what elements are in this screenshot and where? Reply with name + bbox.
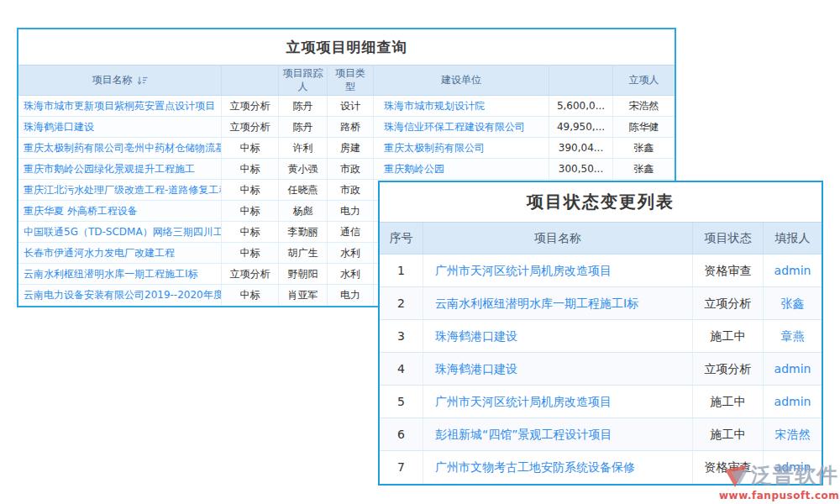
project-name-link[interactable]: 重庆江北污水处理厂级改造工程-道路修复工程 [18, 180, 222, 200]
type-cell: 通信 [328, 222, 374, 242]
status-cell: 立项分析 [222, 117, 279, 137]
table-row: 4 珠海鹤港口建设 立项分析 admin [380, 353, 822, 386]
status-cell: 中标 [222, 138, 279, 158]
status-cell: 中标 [222, 222, 279, 242]
column-header-initiator: 立项人 [613, 66, 675, 95]
type-cell: 设计 [328, 96, 374, 116]
page: 立项项目明细查询 项目名称 项目跟踪人 项目类型 建设单位 立项人 珠海市城市更… [0, 0, 840, 504]
project-name-link[interactable]: 广州市天河区统计局机房改造项目 [423, 386, 693, 417]
table2-body: 1 广州市天河区统计局机房改造项目 资格审查 admin 2 云南水利枢纽潜明水… [380, 255, 822, 484]
unit-link[interactable]: 重庆太极制药有限公司 [374, 138, 549, 158]
status-cell: 中标 [222, 180, 279, 200]
type-cell: 市政 [328, 159, 374, 179]
project-status-change-panel: 项目状态变更列表 序号 项目名称 项目状态 填报人 1 广州市天河区统计局机房改… [378, 181, 823, 486]
type-cell: 水利 [328, 264, 374, 284]
project-name-link[interactable]: 广州市文物考古工地安防系统设备保修 [423, 451, 693, 484]
status-cell: 立项分析 [693, 287, 764, 319]
initiator-cell: 宋浩然 [613, 96, 675, 116]
status-cell: 立项分析 [693, 353, 764, 385]
reporter-link[interactable]: admin [764, 386, 822, 417]
tracker-cell: 陈丹 [279, 96, 328, 116]
type-cell: 市政 [328, 180, 374, 200]
table2-header: 序号 项目名称 项目状态 填报人 [380, 222, 822, 255]
watermark-brand-text: 泛普软件 [751, 461, 838, 489]
column-header-type: 项目类型 [328, 66, 374, 95]
project-name-link[interactable]: 珠海鹤港口建设 [423, 353, 693, 385]
status-cell: 中标 [222, 159, 279, 179]
unit-link[interactable]: 重庆鹅岭公园 [374, 159, 549, 179]
table2-title: 项目状态变更列表 [380, 182, 822, 222]
reporter-link[interactable]: 章燕 [764, 320, 822, 352]
status-cell: 中标 [222, 243, 279, 263]
tracker-cell: 肖亚军 [279, 285, 328, 306]
reporter-link[interactable]: 张鑫 [764, 287, 822, 319]
status-cell: 施工中 [693, 418, 764, 450]
watermark-brand-row: 泛普软件 [719, 461, 838, 489]
column-header-reporter: 填报人 [764, 223, 822, 254]
column-header-amount [549, 66, 613, 95]
status-cell: 立项分析 [222, 96, 279, 116]
row-number-cell: 1 [380, 255, 423, 286]
reporter-link[interactable]: admin [764, 353, 822, 385]
row-number-cell: 3 [380, 320, 423, 352]
project-name-link[interactable]: 长春市伊通河水力发电厂改建工程 [18, 243, 222, 263]
reporter-link[interactable]: 宋浩然 [764, 418, 822, 450]
initiator-cell: 张鑫 [613, 138, 675, 158]
tracker-cell: 任晓燕 [279, 180, 328, 200]
project-name-link[interactable]: 重庆华夏 外高桥工程设备 [18, 201, 222, 221]
amount-cell: 300,50... [549, 159, 613, 179]
tracker-cell: 许利 [279, 138, 328, 158]
column-header-seq: 序号 [380, 223, 423, 254]
project-name-link[interactable]: 云南水利枢纽潜明水库一期工程施工I标 [18, 264, 222, 284]
reporter-link[interactable]: admin [764, 255, 822, 286]
row-number-cell: 5 [380, 386, 423, 417]
project-name-link[interactable]: 重庆太极制药有限公司亳州中药材仓储物流基地 [18, 138, 222, 158]
initiator-cell: 张鑫 [613, 159, 675, 179]
fanpu-logo-icon [724, 462, 749, 489]
project-name-link[interactable]: 珠海市城市更新项目紫桐苑安置点设计项目 [18, 96, 222, 116]
tracker-cell: 杨彪 [279, 201, 328, 221]
column-header-project-name[interactable]: 项目名称 [18, 66, 222, 95]
project-name-link[interactable]: 珠海鹤港口建设 [423, 320, 693, 352]
project-name-link[interactable]: 广州市天河区统计局机房改造项目 [423, 255, 693, 286]
status-cell: 立项分析 [222, 264, 279, 284]
status-cell: 施工中 [693, 386, 764, 417]
amount-cell: 49,950,... [549, 117, 613, 137]
watermark-url: www.fanpusoft.com [719, 490, 838, 501]
table-row: 6 彭祖新城“四馆”景观工程设计项目 施工中 宋浩然 [380, 418, 822, 451]
watermark: 泛普软件 www.fanpusoft.com [719, 461, 838, 501]
column-header-tracker: 项目跟踪人 [279, 66, 328, 95]
type-cell: 房建 [328, 138, 374, 158]
project-name-link[interactable]: 中国联通5G（TD-SCDMA）网络三期四川工程 [18, 222, 222, 242]
amount-cell: 390,04... [549, 138, 613, 158]
project-name-link[interactable]: 云南电力设备安装有限公司2019--2020年度劳务 [18, 285, 222, 306]
row-number-cell: 7 [380, 451, 423, 484]
row-number-cell: 2 [380, 287, 423, 319]
status-cell: 中标 [222, 201, 279, 221]
status-cell: 资格审查 [693, 255, 764, 286]
project-name-link[interactable]: 彭祖新城“四馆”景观工程设计项目 [423, 418, 693, 450]
project-name-link[interactable]: 云南水利枢纽潜明水库一期工程施工I标 [423, 287, 693, 319]
table-row: 珠海鹤港口建设 立项分析 陈丹 路桥 珠海信业环保工程建设有限公司 49,950… [18, 117, 675, 138]
status-cell: 中标 [222, 285, 279, 306]
type-cell: 水利 [328, 243, 374, 263]
column-header-project-name: 项目名称 [423, 223, 693, 254]
tracker-cell: 黄小强 [279, 159, 328, 179]
type-cell: 电力 [328, 201, 374, 221]
sort-icon[interactable] [137, 76, 148, 86]
table-row: 重庆太极制药有限公司亳州中药材仓储物流基地 中标 许利 房建 重庆太极制药有限公… [18, 138, 675, 159]
row-number-cell: 6 [380, 418, 423, 450]
type-cell: 电力 [328, 285, 374, 306]
initiator-cell: 陈华健 [613, 117, 675, 137]
column-header-status [222, 66, 279, 95]
project-name-link[interactable]: 重庆市鹅岭公园绿化景观提升工程施工 [18, 159, 222, 179]
project-name-link[interactable]: 珠海鹤港口建设 [18, 117, 222, 137]
column-header-status: 项目状态 [693, 223, 764, 254]
tracker-cell: 陈丹 [279, 117, 328, 137]
table1-title: 立项项目明细查询 [18, 29, 675, 65]
unit-link[interactable]: 珠海市城市规划设计院 [374, 96, 549, 116]
tracker-cell: 野朝阳 [279, 264, 328, 284]
unit-link[interactable]: 珠海信业环保工程建设有限公司 [374, 117, 549, 137]
table-row: 2 云南水利枢纽潜明水库一期工程施工I标 立项分析 张鑫 [380, 287, 822, 320]
table1-header: 项目名称 项目跟踪人 项目类型 建设单位 立项人 [18, 65, 675, 96]
